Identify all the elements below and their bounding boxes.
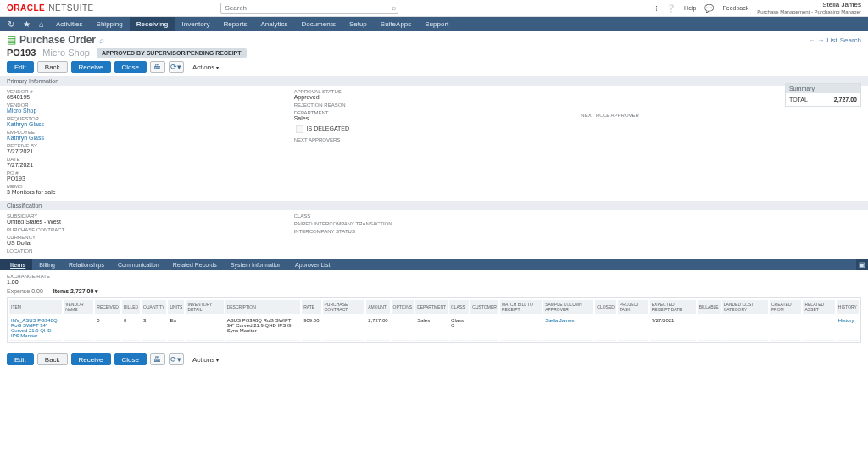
- col-purchase-contract: PURCHASE CONTRACT: [323, 300, 365, 314]
- nav-shipping[interactable]: Shipping: [90, 17, 130, 31]
- tab-approver-list[interactable]: Approver List: [288, 259, 337, 270]
- expand-tabs-icon[interactable]: ▣: [856, 259, 868, 270]
- vendor-link[interactable]: Micro Shop: [7, 108, 36, 114]
- col-billed: BILLED: [122, 300, 140, 314]
- global-search[interactable]: ⌕: [220, 3, 398, 14]
- nav-analytics[interactable]: Analytics: [253, 17, 294, 31]
- approval-status-value: Approved: [294, 94, 575, 100]
- close-button-bottom[interactable]: Close: [114, 353, 147, 365]
- back-button[interactable]: Back: [37, 61, 68, 73]
- cell-received: 0: [95, 316, 120, 341]
- tab-related-records[interactable]: Related Records: [166, 259, 224, 270]
- subsidiary-value: United States - West: [7, 219, 287, 225]
- nav-setup[interactable]: Setup: [342, 17, 374, 31]
- nav-reports[interactable]: Reports: [216, 17, 253, 31]
- record-vendor-name: Micro Shop: [42, 47, 90, 58]
- nav-recents-icon[interactable]: ↻: [3, 17, 19, 31]
- status-badge: APPROVED BY SUPERVISOR/PENDING RECEIPT: [97, 48, 247, 58]
- items-grid: ITEM VENDOR NAME RECEIVED BILLED QUANTIT…: [7, 297, 861, 343]
- cell-rate: 909.00: [302, 316, 320, 341]
- subtab-items[interactable]: Items 2,727.00 ▾: [53, 288, 98, 295]
- is-delegated-checkbox: IS DELEGATED: [294, 124, 575, 135]
- main-nav: ↻ ★ ⌂ Activities Shipping Receiving Inve…: [0, 17, 868, 31]
- location-label: LOCATION: [7, 248, 287, 253]
- record-search-icon[interactable]: ⌕: [99, 36, 104, 45]
- classification-header: Classification: [0, 201, 868, 210]
- nav-home-icon[interactable]: ⌂: [34, 17, 49, 31]
- table-row[interactable]: INV_ASUS PG348Q RoG SWIFT 34" Curved 21:…: [9, 316, 859, 341]
- summary-total-value: 2,727.00: [834, 97, 857, 103]
- col-item: ITEM: [9, 300, 62, 314]
- receive-by-value: 7/27/2021: [7, 148, 287, 154]
- item-link[interactable]: INV_ASUS PG348Q RoG SWIFT 34" Curved 21:…: [11, 318, 58, 338]
- cell-expected-receipt: 7/27/2021: [650, 316, 696, 341]
- date-value: 7/27/2021: [7, 162, 287, 168]
- col-history: HISTORY: [837, 300, 859, 314]
- tab-billing[interactable]: Billing: [32, 259, 62, 270]
- col-expected-receipt: EXPECTED RECEIPT DATE: [650, 300, 696, 314]
- employee-link[interactable]: Kathryn Glass: [7, 135, 44, 141]
- exchange-rate-value: 1.00: [7, 279, 861, 285]
- nav-suiteapps[interactable]: SuiteApps: [374, 17, 418, 31]
- col-class: CLASS: [449, 300, 469, 314]
- nav-support[interactable]: Support: [418, 17, 455, 31]
- next-approvers-label: NEXT APPROVERS: [294, 137, 575, 142]
- tab-relationships[interactable]: Relationships: [62, 259, 111, 270]
- feedback-icon[interactable]: 💬: [704, 4, 714, 13]
- next-record-arrow[interactable]: →: [817, 36, 824, 44]
- print-icon-bottom[interactable]: 🖶: [150, 353, 165, 365]
- search-link[interactable]: Search: [840, 36, 861, 44]
- receive-button-bottom[interactable]: Receive: [71, 353, 111, 365]
- prev-record-arrow[interactable]: ←: [808, 36, 815, 44]
- actions-dropdown-bottom[interactable]: Actions: [187, 353, 224, 365]
- refresh-icon[interactable]: ⟳▾: [169, 61, 184, 73]
- col-landed-cost: LANDED COST CATEGORY: [722, 300, 768, 314]
- cell-department: Sales: [415, 316, 448, 341]
- nav-inventory[interactable]: Inventory: [175, 17, 217, 31]
- nav-favorites-icon[interactable]: ★: [19, 17, 34, 31]
- list-link[interactable]: List: [826, 36, 837, 44]
- cell-units: Ea: [168, 316, 184, 341]
- edit-button-bottom[interactable]: Edit: [7, 353, 34, 365]
- tab-system-information[interactable]: System Information: [224, 259, 288, 270]
- col-description: DESCRIPTION: [225, 300, 301, 314]
- nav-receiving[interactable]: Receiving: [130, 17, 175, 31]
- po-value: PO193: [7, 175, 287, 181]
- cell-class: Class C: [449, 316, 469, 341]
- requestor-link[interactable]: Kathryn Glass: [7, 121, 44, 127]
- close-button[interactable]: Close: [114, 61, 147, 73]
- summary-header: Summary: [786, 84, 860, 93]
- col-related-asset: RELATED ASSET: [803, 300, 834, 314]
- nav-documents[interactable]: Documents: [294, 17, 342, 31]
- paired-intercompany-label: PAIRED INTERCOMPANY TRANSACTION: [294, 221, 575, 226]
- tab-items[interactable]: Items: [3, 259, 32, 270]
- edit-button[interactable]: Edit: [7, 61, 34, 73]
- col-rate: RATE: [302, 300, 320, 314]
- help-icon[interactable]: ❔: [666, 4, 676, 13]
- currency-value: US Dollar: [7, 240, 287, 246]
- col-closed: CLOSED: [595, 300, 616, 314]
- col-created-from: CREATED FROM: [770, 300, 801, 314]
- user-menu[interactable]: Stella James Purchase Management - Purch…: [757, 2, 861, 15]
- nav-activities[interactable]: Activities: [49, 17, 90, 31]
- record-number: PO193: [7, 47, 36, 58]
- help-link[interactable]: Help: [684, 5, 696, 11]
- tab-communication[interactable]: Communication: [111, 259, 166, 270]
- feedback-link[interactable]: Feedback: [722, 5, 748, 11]
- search-icon[interactable]: ⌕: [392, 3, 396, 12]
- subtab-expense[interactable]: Expense 0.00: [7, 288, 43, 295]
- print-icon[interactable]: 🖶: [150, 61, 165, 73]
- receive-button[interactable]: Receive: [71, 61, 111, 73]
- global-search-input[interactable]: [220, 3, 398, 14]
- back-button-bottom[interactable]: Back: [37, 353, 68, 365]
- cell-history-link[interactable]: History: [838, 318, 854, 323]
- class-label: CLASS: [294, 214, 575, 219]
- col-options: OPTIONS: [392, 300, 415, 314]
- app-switcher-icon[interactable]: ⁝⁝: [653, 4, 658, 13]
- col-approver: SAMPLE COLUMN APPROVER: [543, 300, 593, 314]
- col-vendor-name: VENDOR NAME: [64, 300, 93, 314]
- oracle-netsuite-logo: ORACLE NETSUITE: [7, 3, 94, 13]
- refresh-icon-bottom[interactable]: ⟳▾: [169, 353, 184, 365]
- actions-dropdown[interactable]: Actions: [187, 61, 224, 73]
- cell-approver-link[interactable]: Stella James: [545, 318, 574, 323]
